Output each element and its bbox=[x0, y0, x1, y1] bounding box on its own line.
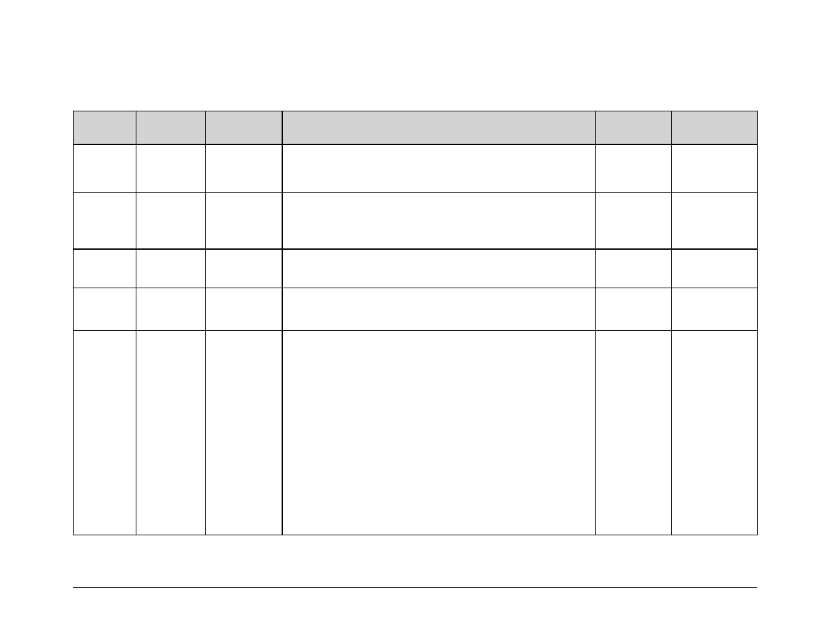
header-cell bbox=[672, 111, 758, 145]
table-row bbox=[74, 144, 758, 193]
cell bbox=[136, 193, 206, 250]
table-row bbox=[74, 331, 758, 535]
cell bbox=[282, 249, 596, 288]
table-header-row bbox=[74, 111, 758, 145]
cell bbox=[596, 288, 672, 331]
cell bbox=[136, 288, 206, 331]
cell bbox=[672, 288, 758, 331]
cell bbox=[74, 144, 136, 193]
header-cell bbox=[206, 111, 282, 145]
cell bbox=[206, 193, 282, 250]
cell bbox=[206, 144, 282, 193]
footer-rule bbox=[73, 587, 757, 588]
cell bbox=[74, 288, 136, 331]
cell bbox=[206, 249, 282, 288]
cell bbox=[74, 249, 136, 288]
cell bbox=[206, 331, 282, 535]
header-cell bbox=[136, 111, 206, 145]
cell bbox=[672, 193, 758, 250]
cell bbox=[136, 144, 206, 193]
cell bbox=[596, 249, 672, 288]
cell bbox=[136, 249, 206, 288]
cell bbox=[206, 288, 282, 331]
cell bbox=[672, 249, 758, 288]
cell bbox=[282, 193, 596, 250]
cell bbox=[282, 144, 596, 193]
table-row bbox=[74, 249, 758, 288]
cell bbox=[74, 193, 136, 250]
cell bbox=[282, 288, 596, 331]
header-cell bbox=[282, 111, 596, 145]
header-cell bbox=[596, 111, 672, 145]
cell bbox=[74, 331, 136, 535]
main-table bbox=[73, 111, 758, 535]
cell bbox=[596, 144, 672, 193]
cell bbox=[136, 331, 206, 535]
cell bbox=[596, 331, 672, 535]
cell bbox=[672, 331, 758, 535]
cell bbox=[672, 144, 758, 193]
table-row bbox=[74, 288, 758, 331]
cell bbox=[596, 193, 672, 250]
cell bbox=[282, 331, 596, 535]
table-row bbox=[74, 193, 758, 250]
header-cell bbox=[74, 111, 136, 145]
